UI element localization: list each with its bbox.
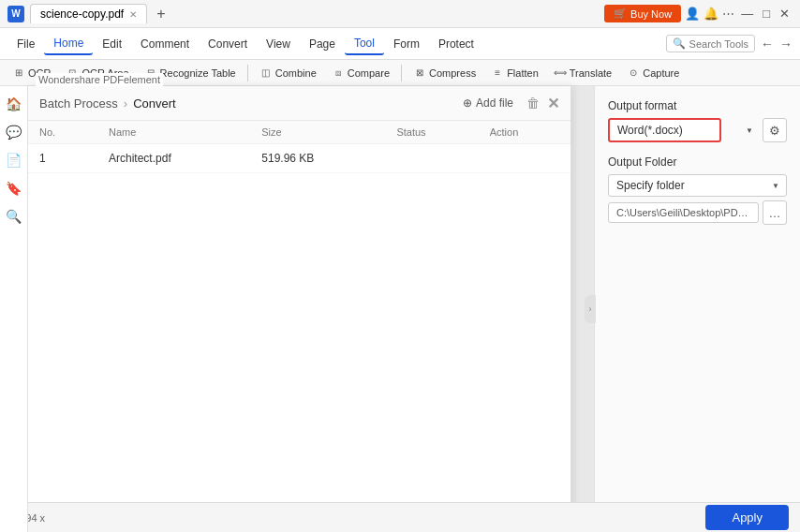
breadcrumb-current: Convert [133, 96, 176, 111]
row-no: 1 [28, 144, 97, 173]
translate-icon: ⟺ [554, 66, 567, 80]
compress-label: Compress [429, 67, 476, 79]
folder-path-row: C:\Users\Geili\Desktop\PDFelement\Cc … [608, 200, 787, 225]
ribbon-convert[interactable]: Convert [199, 34, 257, 54]
output-format-section: Output format Word(*.docx) Excel(*.xlsx)… [608, 99, 787, 142]
add-file-button[interactable]: ⊕ Add file [457, 94, 519, 112]
nav-icon2[interactable]: → [779, 37, 793, 52]
breadcrumb-parent[interactable]: Batch Process [39, 96, 118, 111]
col-no: No. [28, 121, 97, 144]
title-bar: W science-copy.pdf ✕ + 🛒 Buy Now 👤 🔔 ⋯ —… [0, 0, 800, 28]
app-tab[interactable]: science-copy.pdf ✕ [30, 4, 147, 23]
sidebar-bookmark-icon[interactable]: 🔖 [2, 176, 26, 200]
ribbon-view[interactable]: View [257, 34, 300, 54]
sidebar-search-icon[interactable]: 🔍 [2, 204, 26, 229]
ribbon-file[interactable]: File [7, 34, 44, 54]
output-format-label: Output format [608, 99, 787, 112]
search-tools[interactable]: 🔍 Search Tools [666, 35, 755, 52]
ribbon-home[interactable]: Home [44, 33, 93, 55]
row-size: 519.96 KB [250, 144, 385, 173]
toolbar-icon1[interactable]: 👤 [685, 7, 700, 21]
folder-path-display: C:\Users\Geili\Desktop\PDFelement\Cc [608, 202, 759, 223]
folder-browse-button[interactable]: … [763, 200, 787, 225]
ocr-icon: ⊞ [12, 66, 25, 80]
ribbon-comment[interactable]: Comment [131, 34, 199, 54]
recognize-table-label: Recognize Table [160, 67, 236, 79]
add-file-icon: ⊕ [463, 96, 472, 110]
col-size: Size [250, 121, 385, 144]
toolbar-combine[interactable]: ◫ Combine [253, 64, 323, 82]
main-area: Batch Process › Convert ⊕ Add file 🗑 ✕ N… [28, 86, 800, 532]
col-action: Action [479, 121, 570, 144]
buy-now-label: Buy Now [630, 8, 672, 20]
separator2 [401, 65, 402, 81]
bottom-bar: 27.94 x Apply [0, 502, 800, 532]
row-status [385, 144, 478, 173]
panel-header: Batch Process › Convert ⊕ Add file 🗑 ✕ [28, 86, 570, 121]
toolbar-capture[interactable]: ⊙ Capture [620, 64, 686, 82]
title-bar-left: W science-copy.pdf ✕ + [7, 4, 170, 23]
col-name: Name [97, 121, 250, 144]
breadcrumb: Batch Process › Convert [39, 96, 176, 111]
close-button[interactable]: ✕ [777, 7, 793, 20]
toolbar-translate[interactable]: ⟺ Translate [547, 64, 618, 82]
app-label: Wondershare PDFelement [36, 73, 163, 86]
buy-now-button[interactable]: 🛒 Buy Now [604, 5, 681, 22]
add-file-label: Add file [476, 96, 513, 110]
combine-label: Combine [275, 67, 317, 79]
left-sidebar: 🏠 💬 📄 🔖 🔍 [0, 86, 28, 532]
format-select-row: Word(*.docx) Excel(*.xlsx) PowerPoint(*.… [608, 118, 787, 142]
collapse-handle[interactable]: › [585, 295, 596, 323]
output-folder-label: Output Folder [608, 155, 787, 169]
compare-label: Compare [348, 67, 390, 79]
search-placeholder: Search Tools [689, 38, 748, 50]
combine-icon: ◫ [259, 66, 273, 80]
file-table: No. Name Size Status Action 1 Architect.… [28, 121, 570, 173]
output-folder-section: Output Folder Specify folder Same as sou… [608, 155, 787, 225]
table-row: 1 Architect.pdf 519.96 KB [28, 144, 570, 173]
capture-icon: ⊙ [627, 66, 640, 80]
toolbar-flatten[interactable]: ≡ Flatten [484, 64, 545, 82]
ribbon-edit[interactable]: Edit [93, 34, 131, 54]
toolbar-compress[interactable]: ⊠ Compress [407, 64, 482, 82]
nav-icon1[interactable]: ← [761, 37, 774, 52]
toolbar-icon2[interactable]: 🔔 [704, 7, 719, 21]
minimize-button[interactable]: — [738, 7, 756, 20]
sidebar-pages-icon[interactable]: 📄 [2, 148, 26, 172]
delete-icon[interactable]: 🗑 [526, 96, 540, 111]
ribbon-tool[interactable]: Tool [345, 33, 384, 55]
maximize-button[interactable]: □ [760, 7, 773, 20]
ribbon-page[interactable]: Page [300, 34, 345, 54]
ribbon-protect[interactable]: Protect [429, 34, 483, 54]
batch-process-panel: Batch Process › Convert ⊕ Add file 🗑 ✕ N… [28, 86, 571, 532]
toolbar-compare[interactable]: ⧇ Compare [325, 64, 396, 82]
separator1 [247, 65, 248, 81]
ribbon-right: 🔍 Search Tools ← → [666, 35, 793, 52]
file-list-area: No. Name Size Status Action 1 Architect.… [28, 121, 570, 532]
toolbar-dots[interactable]: ⋯ [722, 7, 734, 21]
new-tab-button[interactable]: + [153, 6, 169, 22]
format-select-wrapper: Word(*.docx) Excel(*.xlsx) PowerPoint(*.… [608, 118, 759, 142]
format-settings-button[interactable]: ⚙ [763, 118, 787, 142]
flatten-label: Flatten [507, 67, 539, 79]
compare-icon: ⧇ [332, 66, 345, 80]
folder-select[interactable]: Specify folder Same as source Desktop [608, 174, 787, 197]
translate-label: Translate [570, 67, 612, 79]
close-panel-button[interactable]: ✕ [547, 95, 559, 112]
app-icon: W [7, 6, 24, 22]
search-icon: 🔍 [673, 37, 686, 50]
ribbon-form[interactable]: Form [384, 34, 429, 54]
cart-icon: 🛒 [614, 7, 627, 20]
compress-icon: ⊠ [413, 66, 426, 80]
folder-select-wrapper: Specify folder Same as source Desktop [608, 174, 787, 197]
flatten-icon: ≡ [491, 66, 504, 80]
row-name: Architect.pdf [97, 144, 250, 173]
tab-title: science-copy.pdf [40, 7, 124, 21]
row-action [479, 144, 570, 173]
format-select[interactable]: Word(*.docx) Excel(*.xlsx) PowerPoint(*.… [608, 118, 721, 142]
apply-button[interactable]: Apply [705, 505, 789, 530]
tab-close-icon[interactable]: ✕ [129, 9, 137, 20]
sidebar-home-icon[interactable]: 🏠 [2, 92, 26, 116]
panel-actions: ⊕ Add file 🗑 ✕ [457, 94, 559, 112]
sidebar-comment-icon[interactable]: 💬 [2, 120, 26, 144]
